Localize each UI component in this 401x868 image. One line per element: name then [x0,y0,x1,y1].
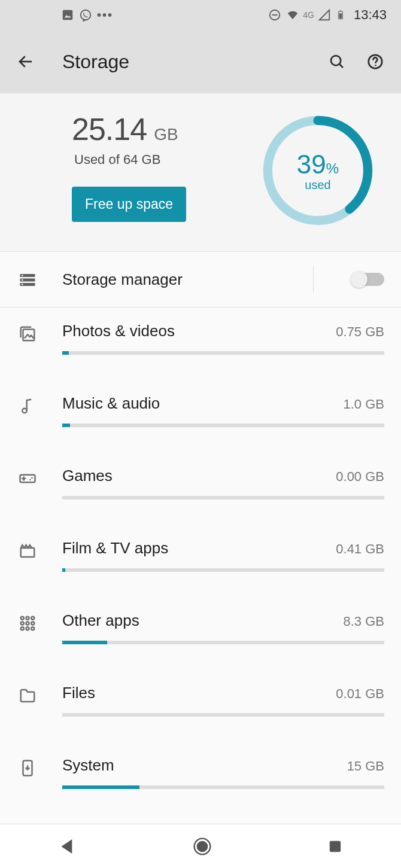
category-value: 1.0 GB [344,397,384,412]
category-bar [62,424,384,427]
category-bar [62,641,384,644]
svg-point-27 [26,617,29,620]
category-name: Games [62,467,113,485]
svg-point-32 [21,627,24,630]
category-value: 0.41 GB [336,541,384,557]
battery-icon [336,8,345,22]
category-name: Other apps [62,611,139,630]
back-icon[interactable] [17,53,35,71]
svg-rect-6 [340,11,342,11]
storage-summary: 25.14 GB Used of 64 GB Free up space 39%… [0,93,401,252]
image-notif-icon [61,8,74,22]
category-value: 8.3 GB [344,614,384,629]
category-name: Files [62,684,95,702]
category-bar [62,351,384,355]
search-icon[interactable] [328,53,346,71]
app-bar: Storage [0,30,401,93]
svg-rect-5 [339,13,342,18]
svg-rect-38 [330,841,341,851]
category-value: 0.00 GB [336,469,384,485]
film-icon [17,540,38,562]
svg-point-28 [31,617,34,620]
svg-point-24 [31,477,33,479]
category-row-film[interactable]: Film & TV apps0.41 GB [0,525,401,585]
network-type-label: 4G [303,10,314,20]
storage-manager-label: Storage manager [62,270,183,289]
used-unit: GB [154,125,178,144]
other-apps-icon [17,613,38,634]
category-name: Photos & videos [62,322,175,340]
svg-point-34 [31,627,34,630]
svg-point-8 [331,56,341,65]
category-row-files[interactable]: Files0.01 GB [0,669,401,730]
category-list: Photos & videos0.75 GBMusic & audio1.0 G… [0,307,401,824]
nav-recent-icon[interactable] [327,839,343,854]
svg-rect-0 [63,10,73,20]
system-nav-bar [0,824,401,868]
storage-manager-toggle[interactable] [352,273,384,286]
free-up-space-button[interactable]: Free up space [72,187,186,222]
svg-point-37 [197,841,207,851]
games-icon [17,468,38,489]
status-bar: ••• 4G 13:43 [0,0,401,30]
category-value: 0.01 GB [336,686,384,702]
category-row-music[interactable]: Music & audio1.0 GB [0,380,401,440]
svg-line-9 [339,64,343,68]
help-icon[interactable] [366,53,384,71]
svg-point-1 [81,10,91,20]
svg-point-23 [29,479,31,481]
category-name: System [62,756,114,775]
category-row-games[interactable]: Games0.00 GB [0,452,401,513]
svg-point-17 [22,275,23,276]
nav-home-icon[interactable] [193,837,212,856]
category-value: 0.75 GB [336,324,384,340]
category-row-other-apps[interactable]: Other apps8.3 GB [0,597,401,657]
category-bar [62,496,384,500]
storage-manager-icon [17,269,38,291]
category-bar [62,568,384,572]
signal-icon [318,8,331,22]
nav-back-icon[interactable] [58,837,77,856]
wifi-icon [286,8,299,22]
svg-point-31 [31,622,34,625]
used-value: 25.14 [72,111,147,147]
category-row-photos[interactable]: Photos & videos0.75 GB [0,307,401,368]
page-title: Storage [62,51,129,73]
files-icon [17,685,38,706]
category-name: Music & audio [62,394,160,413]
more-notif-icon: ••• [97,8,113,22]
usage-donut: 39% used [261,114,375,227]
svg-point-19 [22,284,23,285]
category-bar [62,713,384,717]
used-of-label: Used of 64 GB [74,152,261,167]
svg-point-11 [375,65,376,66]
storage-manager-row[interactable]: Storage manager [0,252,401,307]
category-name: Film & TV apps [62,539,168,558]
dnd-icon [268,8,281,22]
category-row-system[interactable]: System15 GB [0,742,401,802]
svg-point-18 [22,279,23,281]
system-icon [17,757,38,779]
category-bar [62,785,384,789]
svg-rect-25 [21,548,35,557]
svg-point-29 [21,622,24,625]
clock-label: 13:43 [354,7,387,23]
svg-point-33 [26,627,29,630]
whatsapp-notif-icon [79,8,92,22]
category-value: 15 GB [347,759,384,774]
svg-point-26 [21,617,24,620]
photos-icon [17,323,38,345]
svg-point-30 [26,622,29,625]
music-icon [17,395,38,417]
